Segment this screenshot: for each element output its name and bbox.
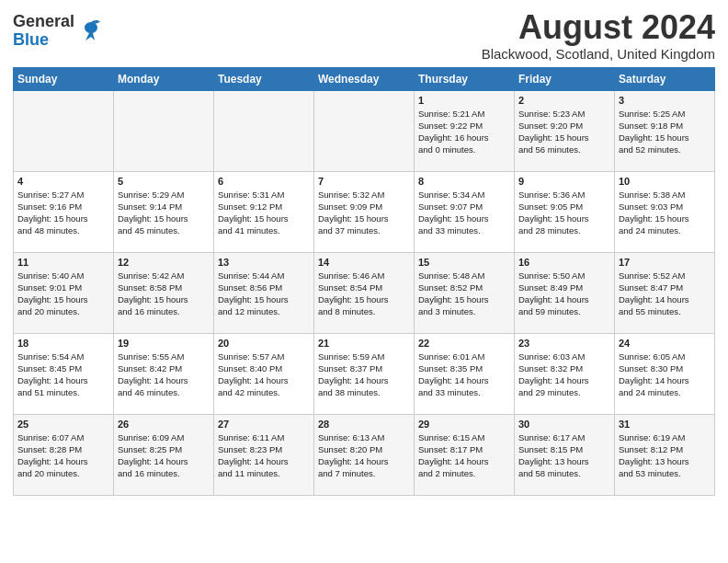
weekday-header-cell: Sunday — [14, 67, 114, 90]
calendar-day-cell: 13Sunrise: 5:44 AM Sunset: 8:56 PM Dayli… — [214, 252, 314, 333]
weekday-header-cell: Friday — [515, 67, 615, 90]
day-info: Sunrise: 6:15 AM Sunset: 8:17 PM Dayligh… — [418, 431, 510, 480]
day-info: Sunrise: 6:19 AM Sunset: 8:12 PM Dayligh… — [619, 431, 711, 480]
calendar-day-cell: 2Sunrise: 5:23 AM Sunset: 9:20 PM Daylig… — [515, 90, 615, 171]
day-number: 21 — [318, 338, 410, 349]
calendar-body: 1Sunrise: 5:21 AM Sunset: 9:22 PM Daylig… — [14, 90, 715, 495]
day-info: Sunrise: 5:54 AM Sunset: 8:45 PM Dayligh… — [17, 350, 109, 399]
calendar-day-cell: 26Sunrise: 6:09 AM Sunset: 8:25 PM Dayli… — [114, 414, 214, 495]
day-info: Sunrise: 5:34 AM Sunset: 9:07 PM Dayligh… — [418, 189, 510, 237]
day-number: 7 — [318, 176, 410, 187]
day-info: Sunrise: 5:55 AM Sunset: 8:42 PM Dayligh… — [118, 350, 210, 399]
calendar-day-cell: 31Sunrise: 6:19 AM Sunset: 8:12 PM Dayli… — [615, 414, 715, 495]
day-info: Sunrise: 6:05 AM Sunset: 8:30 PM Dayligh… — [619, 350, 711, 399]
calendar-day-cell: 5Sunrise: 5:29 AM Sunset: 9:14 PM Daylig… — [114, 171, 214, 252]
day-number: 2 — [518, 95, 610, 106]
calendar-day-cell: 29Sunrise: 6:15 AM Sunset: 8:17 PM Dayli… — [415, 414, 515, 495]
day-number: 23 — [518, 338, 610, 349]
day-info: Sunrise: 5:27 AM Sunset: 9:16 PM Dayligh… — [17, 189, 109, 237]
calendar-day-cell: 21Sunrise: 5:59 AM Sunset: 8:37 PM Dayli… — [314, 333, 415, 414]
day-info: Sunrise: 5:44 AM Sunset: 8:56 PM Dayligh… — [218, 270, 310, 318]
day-number: 27 — [218, 419, 310, 430]
day-number: 8 — [418, 176, 510, 187]
calendar-day-cell: 19Sunrise: 5:55 AM Sunset: 8:42 PM Dayli… — [114, 333, 214, 414]
day-number: 15 — [418, 257, 510, 268]
weekday-header-cell: Tuesday — [214, 67, 314, 90]
day-info: Sunrise: 5:32 AM Sunset: 9:09 PM Dayligh… — [318, 189, 410, 237]
day-number: 16 — [518, 257, 610, 268]
calendar-day-cell: 10Sunrise: 5:38 AM Sunset: 9:03 PM Dayli… — [615, 171, 715, 252]
calendar-day-cell: 24Sunrise: 6:05 AM Sunset: 8:30 PM Dayli… — [615, 333, 715, 414]
calendar-day-cell — [14, 90, 114, 171]
day-number: 31 — [619, 419, 711, 430]
calendar-day-cell — [114, 90, 214, 171]
calendar-day-cell: 3Sunrise: 5:25 AM Sunset: 9:18 PM Daylig… — [615, 90, 715, 171]
day-number: 17 — [619, 257, 711, 268]
calendar-day-cell: 27Sunrise: 6:11 AM Sunset: 8:23 PM Dayli… — [214, 414, 314, 495]
calendar-day-cell: 16Sunrise: 5:50 AM Sunset: 8:49 PM Dayli… — [515, 252, 615, 333]
calendar-day-cell: 23Sunrise: 6:03 AM Sunset: 8:32 PM Dayli… — [515, 333, 615, 414]
day-info: Sunrise: 6:17 AM Sunset: 8:15 PM Dayligh… — [518, 431, 610, 480]
day-info: Sunrise: 5:46 AM Sunset: 8:54 PM Dayligh… — [318, 270, 410, 318]
location: Blackwood, Scotland, United Kingdom — [482, 46, 715, 62]
day-info: Sunrise: 5:40 AM Sunset: 9:01 PM Dayligh… — [17, 270, 109, 318]
calendar-day-cell: 28Sunrise: 6:13 AM Sunset: 8:20 PM Dayli… — [314, 414, 415, 495]
day-info: Sunrise: 6:01 AM Sunset: 8:35 PM Dayligh… — [418, 350, 510, 399]
weekday-header-cell: Monday — [114, 67, 214, 90]
calendar-day-cell: 12Sunrise: 5:42 AM Sunset: 8:58 PM Dayli… — [114, 252, 214, 333]
day-number: 24 — [619, 338, 711, 349]
day-info: Sunrise: 6:07 AM Sunset: 8:28 PM Dayligh… — [17, 431, 109, 480]
logo-general: General — [13, 13, 74, 31]
weekday-header-cell: Saturday — [615, 67, 715, 90]
logo: General Blue — [13, 13, 104, 50]
calendar-day-cell: 18Sunrise: 5:54 AM Sunset: 8:45 PM Dayli… — [14, 333, 114, 414]
day-number: 9 — [518, 176, 610, 187]
calendar-week-row: 25Sunrise: 6:07 AM Sunset: 8:28 PM Dayli… — [14, 414, 715, 495]
logo-bird-icon — [78, 18, 104, 44]
calendar-day-cell: 22Sunrise: 6:01 AM Sunset: 8:35 PM Dayli… — [415, 333, 515, 414]
day-info: Sunrise: 6:09 AM Sunset: 8:25 PM Dayligh… — [118, 431, 210, 480]
day-number: 25 — [17, 419, 109, 430]
day-number: 29 — [418, 419, 510, 430]
logo-text: General Blue — [13, 13, 74, 50]
day-number: 10 — [619, 176, 711, 187]
calendar-day-cell: 15Sunrise: 5:48 AM Sunset: 8:52 PM Dayli… — [415, 252, 515, 333]
day-number: 11 — [17, 257, 109, 268]
month-title: August 2024 — [482, 9, 715, 46]
day-info: Sunrise: 5:42 AM Sunset: 8:58 PM Dayligh… — [118, 270, 210, 318]
day-number: 28 — [318, 419, 410, 430]
logo-blue: Blue — [13, 31, 74, 50]
day-info: Sunrise: 6:11 AM Sunset: 8:23 PM Dayligh… — [218, 431, 310, 480]
day-number: 18 — [17, 338, 109, 349]
day-info: Sunrise: 5:50 AM Sunset: 8:49 PM Dayligh… — [518, 270, 610, 318]
day-info: Sunrise: 5:31 AM Sunset: 9:12 PM Dayligh… — [218, 189, 310, 237]
calendar-day-cell — [314, 90, 415, 171]
day-number: 19 — [118, 338, 210, 349]
day-number: 12 — [118, 257, 210, 268]
day-number: 6 — [218, 176, 310, 187]
day-info: Sunrise: 6:13 AM Sunset: 8:20 PM Dayligh… — [318, 431, 410, 480]
calendar-day-cell: 25Sunrise: 6:07 AM Sunset: 8:28 PM Dayli… — [14, 414, 114, 495]
calendar-table: SundayMondayTuesdayWednesdayThursdayFrid… — [13, 67, 715, 496]
calendar-day-cell: 30Sunrise: 6:17 AM Sunset: 8:15 PM Dayli… — [515, 414, 615, 495]
day-number: 22 — [418, 338, 510, 349]
day-number: 30 — [518, 419, 610, 430]
day-info: Sunrise: 5:29 AM Sunset: 9:14 PM Dayligh… — [118, 189, 210, 237]
calendar-day-cell — [214, 90, 314, 171]
day-info: Sunrise: 5:48 AM Sunset: 8:52 PM Dayligh… — [418, 270, 510, 318]
day-number: 3 — [619, 95, 711, 106]
weekday-header-row: SundayMondayTuesdayWednesdayThursdayFrid… — [14, 67, 715, 90]
calendar-day-cell: 11Sunrise: 5:40 AM Sunset: 9:01 PM Dayli… — [14, 252, 114, 333]
weekday-header-cell: Thursday — [415, 67, 515, 90]
calendar-week-row: 1Sunrise: 5:21 AM Sunset: 9:22 PM Daylig… — [14, 90, 715, 171]
calendar-week-row: 11Sunrise: 5:40 AM Sunset: 9:01 PM Dayli… — [14, 252, 715, 333]
calendar-day-cell: 17Sunrise: 5:52 AM Sunset: 8:47 PM Dayli… — [615, 252, 715, 333]
day-info: Sunrise: 5:52 AM Sunset: 8:47 PM Dayligh… — [619, 270, 711, 318]
day-info: Sunrise: 5:25 AM Sunset: 9:18 PM Dayligh… — [619, 108, 711, 156]
day-number: 5 — [118, 176, 210, 187]
calendar-day-cell: 14Sunrise: 5:46 AM Sunset: 8:54 PM Dayli… — [314, 252, 415, 333]
calendar-day-cell: 7Sunrise: 5:32 AM Sunset: 9:09 PM Daylig… — [314, 171, 415, 252]
day-info: Sunrise: 5:57 AM Sunset: 8:40 PM Dayligh… — [218, 350, 310, 399]
calendar-day-cell: 9Sunrise: 5:36 AM Sunset: 9:05 PM Daylig… — [515, 171, 615, 252]
weekday-header-cell: Wednesday — [314, 67, 415, 90]
